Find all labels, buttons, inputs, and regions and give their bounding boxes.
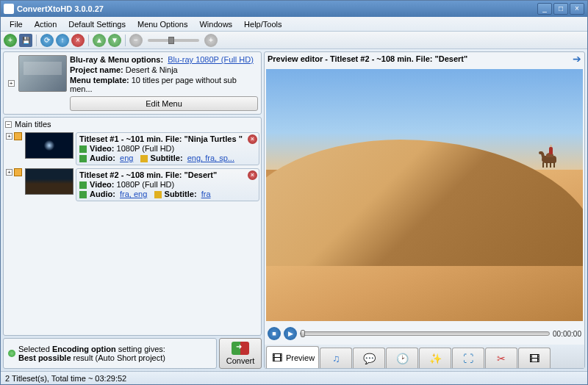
preview-tabs: 🎞 Preview ♫ 💬 🕑 ✨ ⛶ ✂ 🎞 — [265, 345, 584, 368]
subtitle-label: Subtitle: — [165, 190, 197, 198]
save-button[interactable]: 💾 — [19, 34, 32, 47]
move-up-button[interactable]: ▲ — [93, 34, 106, 47]
filmstrip-icon: 🎞 — [528, 352, 541, 365]
titleset-thumbnail[interactable] — [25, 168, 74, 195]
left-pane: + Blu-ray & Menu options: Blu-ray 1080P … — [3, 51, 262, 369]
time-display: 00:00:00 — [553, 330, 581, 338]
row-controls: + — [5, 132, 23, 140]
close-button[interactable]: × — [570, 3, 584, 15]
audio-icon — [79, 155, 87, 162]
audio-subtitle-line: Audio: fra, eng Subtitle: fra — [79, 190, 256, 199]
film-icon — [14, 168, 22, 176]
convert-button[interactable]: Convert — [219, 338, 262, 369]
separator — [88, 35, 89, 46]
app-window: ConvertXtoHD 3.0.0.27 _ □ × File Action … — [0, 0, 588, 385]
project-name-value: Desert & Ninja — [126, 65, 178, 74]
menu-help[interactable]: Help/Tools — [238, 18, 287, 30]
maximize-button[interactable]: □ — [553, 3, 568, 15]
add-button[interactable]: + — [4, 34, 17, 47]
main-titles-label: Main titles — [15, 120, 51, 129]
scissors-icon: ✂ — [495, 352, 508, 365]
preview-forward-button[interactable]: ➔ — [573, 53, 581, 65]
expand-button[interactable]: + — [6, 133, 12, 140]
tab-merge[interactable]: 🎞 — [518, 348, 551, 368]
menu-menu-options[interactable]: Menu Options — [132, 18, 193, 30]
remove-titleset-button[interactable]: × — [248, 134, 257, 144]
collapse-button[interactable]: − — [5, 121, 12, 128]
project-panel: + Blu-ray & Menu options: Blu-ray 1080P … — [3, 51, 262, 115]
project-name-label: Project name: — [70, 65, 123, 74]
project-name-row: Project name: Desert & Ninja — [70, 65, 258, 74]
tab-brightness[interactable]: ✨ — [419, 348, 451, 368]
stop-button[interactable]: ■ — [268, 327, 281, 340]
tab-label: Preview — [286, 353, 315, 362]
audio-label: Audio: — [90, 190, 115, 198]
edit-menu-button[interactable]: Edit Menu — [70, 96, 258, 111]
up-button[interactable]: ↑ — [56, 34, 69, 47]
zoom-out-button[interactable]: − — [129, 34, 143, 47]
playback-bar: ■ ▶ 00:00:00 — [265, 325, 584, 342]
subtitle-icon: 💬 — [362, 352, 376, 365]
bottom-left-row: Selected Encoding option setting gives: … — [3, 338, 262, 369]
film-icon — [14, 132, 22, 140]
zoom-slider[interactable] — [148, 39, 199, 42]
move-down-button[interactable]: ▼ — [108, 34, 121, 47]
encoding-status-text: Selected Encoding option setting gives: … — [18, 345, 165, 362]
convert-label: Convert — [226, 356, 255, 365]
video-label: Video: — [90, 144, 114, 153]
tab-crop[interactable]: ⛶ — [452, 348, 484, 368]
tab-cut[interactable]: ✂ — [485, 348, 517, 368]
refresh-button[interactable]: ⟳ — [40, 34, 54, 47]
tab-chapters[interactable]: 🕑 — [386, 348, 418, 368]
tab-subtitle[interactable]: 💬 — [353, 348, 385, 368]
convert-icon — [232, 342, 249, 355]
slider-thumb[interactable] — [168, 37, 174, 44]
menu-windows[interactable]: Windows — [193, 18, 238, 30]
seek-slider[interactable] — [300, 331, 550, 336]
status-dot-icon — [8, 350, 15, 357]
menu-template-row: Menu template: 10 titles per page withou… — [70, 76, 258, 93]
menu-action[interactable]: Action — [29, 18, 63, 30]
template-label: Menu template: — [70, 76, 129, 84]
zoom-in-button[interactable]: + — [204, 34, 218, 47]
expand-button[interactable]: + — [8, 80, 15, 87]
menu-file[interactable]: File — [4, 18, 29, 30]
minimize-button[interactable]: _ — [537, 3, 552, 15]
statusbar-text: 2 Titleset(s), Total time ~ 03:29:52 — [5, 374, 126, 383]
main-titles-panel: − Main titles + × Titleset #1 - ~101 min… — [3, 117, 262, 336]
audio-link[interactable]: eng — [120, 154, 133, 162]
play-button[interactable]: ▶ — [284, 327, 297, 340]
video-line: Video: 1080P (Full HD) — [79, 180, 256, 190]
expand-button[interactable]: + — [6, 169, 12, 176]
titleset-info: × Titleset #1 - ~101 min. File: "Ninja T… — [76, 132, 259, 165]
seek-thumb[interactable] — [301, 330, 305, 337]
main-titles-header: − Main titles — [4, 118, 261, 131]
content-area: + Blu-ray & Menu options: Blu-ray 1080P … — [1, 49, 587, 371]
tab-preview[interactable]: 🎞 Preview — [266, 346, 319, 368]
titlebar[interactable]: ConvertXtoHD 3.0.0.27 _ □ × — [1, 1, 587, 17]
wand-icon: ✨ — [429, 352, 442, 365]
tree-expand-col: + — [7, 55, 15, 111]
video-icon — [79, 145, 87, 153]
window-title: ConvertXtoHD 3.0.0.27 — [17, 4, 537, 13]
tab-audio[interactable]: ♫ — [320, 348, 352, 368]
bluray-link[interactable]: Blu-ray 1080P (Full HD) — [168, 55, 254, 64]
subtitle-link[interactable]: eng, fra, sp... — [187, 154, 234, 162]
audio-icon — [79, 191, 87, 198]
titleset-header: Titleset #2 - ~108 min. File: "Desert" — [79, 170, 217, 179]
preview-subject — [533, 147, 558, 168]
audio-link[interactable]: fra, eng — [120, 190, 147, 198]
titleset-header: Titleset #1 - ~101 min. File: "Ninja Tur… — [79, 134, 243, 143]
preview-viewport[interactable] — [266, 69, 583, 321]
titleset-row[interactable]: + × Titleset #2 - ~108 min. File: "Deser… — [4, 167, 261, 203]
subtitle-link[interactable]: fra — [201, 190, 211, 198]
video-label: Video: — [90, 180, 114, 189]
titleset-thumbnail[interactable] — [25, 132, 74, 159]
menu-default-settings[interactable]: Default Settings — [62, 18, 132, 30]
titleset-row[interactable]: + × Titleset #1 - ~101 min. File: "Ninja… — [4, 131, 261, 167]
menubar: File Action Default Settings Menu Option… — [1, 17, 587, 32]
remove-button[interactable]: × — [71, 34, 85, 47]
menu-thumbnail[interactable] — [18, 55, 67, 92]
video-value: 1080P (Full HD) — [117, 180, 175, 189]
remove-titleset-button[interactable]: × — [248, 170, 257, 180]
